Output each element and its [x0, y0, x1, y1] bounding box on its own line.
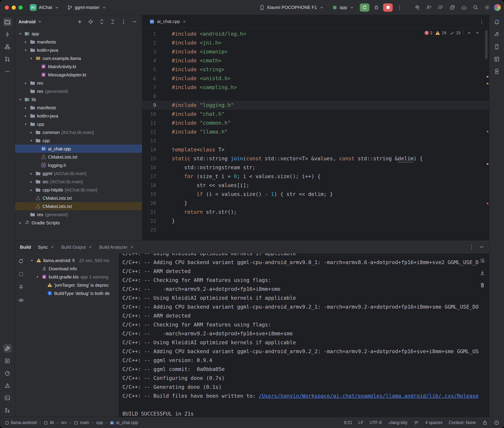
chevron-right-icon[interactable]: ▸	[29, 130, 34, 134]
zoom-window-button[interactable]	[18, 5, 23, 9]
pull-requests-icon[interactable]	[3, 55, 11, 63]
hide-icon[interactable]	[130, 17, 138, 26]
soft-wrap-icon[interactable]	[478, 256, 486, 264]
build-output-path-link[interactable]: /Users/hanyin/Workspace/ai-chat/examples…	[259, 393, 479, 399]
run-more-actions-icon[interactable]: ⋮	[395, 4, 403, 10]
project-view-selector[interactable]: Android	[18, 19, 36, 24]
build-tab-build-output[interactable]: Build Output×	[61, 244, 92, 250]
code-line-3[interactable]: 3#include <iomanip>	[142, 47, 489, 56]
chevron-right-icon[interactable]: ▸	[29, 180, 34, 183]
code-line-10[interactable]: 10#include "chat.h"	[142, 110, 489, 118]
more-horizontal-icon[interactable]	[3, 67, 11, 75]
tree-item-res[interactable]: ▸res	[15, 79, 142, 87]
code-line-15[interactable]: 15static std::string join(const std::vec…	[142, 154, 489, 163]
chevron-down-icon[interactable]: ▾	[23, 122, 28, 126]
build-window-title[interactable]: Build	[20, 244, 31, 249]
chevron-right-icon[interactable]: ▸	[23, 106, 28, 109]
tree-item-kotlin-java[interactable]: ▾kotlin+java	[15, 46, 142, 54]
structure-icon[interactable]	[3, 42, 11, 51]
commit-icon[interactable]	[3, 30, 11, 38]
chevron-down-icon[interactable]: ▾	[18, 32, 23, 35]
error-count[interactable]: ! 3	[424, 31, 432, 35]
code-line-2[interactable]: 2#include <jni.h>	[142, 38, 489, 47]
chevron-right-icon[interactable]: ▸	[23, 81, 28, 85]
stop-square-icon[interactable]	[17, 270, 25, 278]
ok-count[interactable]: 15	[449, 30, 461, 36]
project-selector[interactable]: AC AiChat	[27, 3, 62, 12]
locate-icon[interactable]	[86, 17, 95, 26]
code-line-9[interactable]: 9#include "logging.h"	[142, 101, 489, 110]
vcs-branch-selector[interactable]: ggml-master	[65, 4, 110, 11]
code-line-12[interactable]: 12#include "llama.h"	[142, 127, 489, 136]
code-editor[interactable]: 1#include <android/log.h>2#include <jni.…	[142, 28, 489, 240]
code-line-13[interactable]: 13	[142, 136, 489, 145]
context-widget[interactable]: Context: None	[449, 420, 476, 425]
build-console[interactable]: C/C++: -- Using KleidiAI optimized kerne…	[119, 254, 489, 417]
more-vertical-icon[interactable]	[119, 17, 128, 26]
tree-item-cpp-httplib[interactable]: ▸cpp-httplib [AiChat.lib.main]	[15, 186, 142, 194]
notifications-status-icon[interactable]	[494, 420, 499, 425]
close-tab-icon[interactable]: ×	[50, 244, 54, 250]
filter-eye-icon[interactable]	[17, 296, 25, 304]
chevron-right-icon[interactable]: ▸	[29, 188, 34, 192]
add-icon[interactable]	[76, 17, 84, 26]
tree-item-logging-h[interactable]: Hlogging.h	[15, 161, 142, 169]
terminal-icon[interactable]	[3, 394, 11, 402]
stripe-warning-mark[interactable]	[487, 163, 488, 165]
line-separator[interactable]: LF	[359, 420, 363, 425]
todo-list-icon[interactable]	[436, 3, 444, 11]
problems-icon[interactable]	[3, 381, 11, 389]
breadcrumb-item-main[interactable]: main	[74, 420, 89, 425]
close-tab-icon[interactable]: ×	[182, 19, 186, 24]
breadcrumb-item-src[interactable]: src	[61, 420, 67, 425]
run-configuration-selector[interactable]: app	[330, 4, 357, 11]
code-line-6[interactable]: 6#include <unistd.h>	[142, 74, 489, 83]
scroll-to-end-icon[interactable]	[478, 269, 486, 277]
chevron-down-icon[interactable]: ▾	[23, 48, 28, 52]
editor-scrollbar-thumb[interactable]	[485, 30, 488, 59]
search-icon[interactable]	[471, 3, 479, 11]
version-control-icon[interactable]	[3, 406, 11, 414]
profiler-icon[interactable]	[3, 369, 11, 377]
tree-item-jvmtarget-string-is-deprec[interactable]: 'jvmTarget: String' is deprec	[27, 281, 119, 289]
clear-all-icon[interactable]	[478, 281, 486, 289]
editor-tab-ai-chat-cpp[interactable]: C+ ai_chat.cpp ×	[146, 16, 190, 26]
code-line-22[interactable]: 22}	[142, 216, 489, 225]
code-line-20[interactable]: 20 }	[142, 199, 489, 208]
tree-item-manifests[interactable]: ▸manifests	[15, 103, 142, 112]
code-style-icon[interactable]	[414, 420, 419, 425]
breadcrumb-item-llama-android[interactable]: llama.android	[5, 420, 37, 425]
tree-item-cpp[interactable]: ▾cpp	[15, 136, 142, 145]
plugins-icon[interactable]	[448, 3, 456, 11]
tree-item-download-info[interactable]: Download info	[27, 264, 119, 273]
breadcrumb-item-cpp[interactable]: cpp	[96, 420, 103, 425]
tree-item-mainactivity-kt[interactable]: KMainActivity.kt	[15, 62, 142, 71]
project-folder-icon[interactable]	[3, 18, 11, 26]
stripe-warning-mark[interactable]	[487, 83, 488, 84]
indent-style[interactable]: 4 spaces	[425, 420, 443, 425]
code-line-23[interactable]: 23	[142, 225, 489, 234]
tree-item-cmakelists-txt[interactable]: CMakeLists.txt	[15, 153, 142, 161]
stripe-error-mark[interactable]	[487, 203, 488, 204]
code-line-5[interactable]: 5#include <string>	[142, 65, 489, 74]
breadcrumb-item-ai-chat-cpp[interactable]: C+ai_chat.cpp	[110, 420, 138, 425]
tree-item-cpp[interactable]: ▾cpp	[15, 120, 142, 128]
stripe-warning-mark[interactable]	[487, 76, 488, 77]
warning-count[interactable]: 24	[435, 30, 446, 36]
caret-position[interactable]: 9:21	[344, 420, 352, 425]
build-options-icon[interactable]: ⋮	[468, 244, 475, 250]
chevron-right-icon[interactable]: ▸	[23, 40, 28, 44]
tree-item-build-gradle-kts[interactable]: ▾Kbuild.gradle.kts app 1 warning	[27, 273, 119, 281]
tree-item-lib[interactable]: ▾lib	[15, 95, 142, 103]
tree-item-gradle-scripts[interactable]: ▸Gradle Scripts	[15, 219, 142, 227]
code-line-8[interactable]: 8	[142, 92, 489, 101]
close-window-button[interactable]	[5, 5, 9, 9]
user-avatar[interactable]	[494, 4, 501, 11]
chevron-down-icon[interactable]: ▾	[29, 56, 34, 60]
tree-item-cmakelists-txt[interactable]: CMakeLists.txt	[15, 202, 142, 210]
run-button[interactable]	[360, 3, 369, 11]
build-icon[interactable]	[3, 344, 11, 353]
previous-problem-icon[interactable]	[466, 30, 472, 36]
close-tab-icon[interactable]: ×	[88, 244, 92, 250]
gradle-tool-icon[interactable]	[493, 30, 501, 38]
